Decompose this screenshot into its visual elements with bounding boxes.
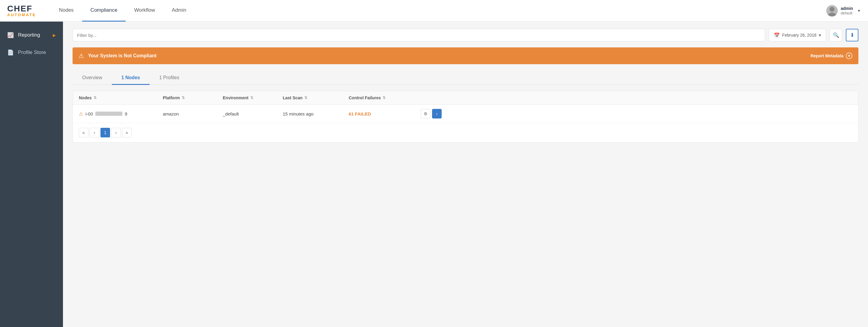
banner-warning-icon: ⚠ xyxy=(79,52,84,59)
avatar xyxy=(826,5,838,17)
cell-environment: _default xyxy=(223,111,283,116)
date-picker-arrow: ▾ xyxy=(819,33,821,37)
col-header-last-scan[interactable]: Last Scan ⇅ xyxy=(283,95,349,100)
chevron-right-icon: › xyxy=(436,111,438,116)
pagination-first[interactable]: « xyxy=(79,128,88,138)
node-redacted xyxy=(95,112,122,116)
search-icon: 🔍 xyxy=(833,32,839,38)
download-button[interactable]: ⬇ xyxy=(846,29,859,41)
pagination: « ‹ 1 › » xyxy=(73,123,858,142)
table-header: Nodes ⇅ Platform ⇅ Environment ⇅ Last Sc… xyxy=(73,91,858,105)
col-control-failures-sort-icon: ⇅ xyxy=(382,96,385,100)
col-environment-label: Environment xyxy=(223,95,249,100)
node-suffix: 9 xyxy=(125,111,127,116)
logo-chef: CHEF xyxy=(7,4,36,13)
pagination-current[interactable]: 1 xyxy=(100,128,110,138)
user-dropdown-arrow: ▼ xyxy=(857,9,861,13)
col-header-control-failures[interactable]: Control Failures ⇅ xyxy=(349,95,421,100)
col-control-failures-label: Control Failures xyxy=(349,95,381,100)
calendar-icon: 📅 xyxy=(774,32,780,38)
download-icon: ⬇ xyxy=(850,32,855,38)
banner-text: Your System is Not Compliant xyxy=(88,53,810,59)
col-last-scan-label: Last Scan xyxy=(283,95,303,100)
banner-plus-icon: + xyxy=(846,53,852,59)
failure-count: 61 FAILED xyxy=(349,111,371,116)
row-action-settings-button[interactable]: ⚙ xyxy=(421,109,430,119)
tab-nodes[interactable]: 1 Nodes xyxy=(112,71,150,85)
date-picker-label: February 26, 2018 xyxy=(782,33,816,37)
logo-automate: AUTOMATE xyxy=(7,13,36,17)
table-row: ⚠ i-00 9 amazon _default 15 minutes ago … xyxy=(73,105,858,123)
nav-admin[interactable]: Admin xyxy=(163,0,194,22)
sidebar-reporting-arrow: ▶ xyxy=(53,33,56,37)
col-header-actions xyxy=(421,95,445,100)
user-info: admin default xyxy=(841,6,853,15)
nav-workflow[interactable]: Workflow xyxy=(126,0,163,22)
row-warning-icon: ⚠ xyxy=(79,111,83,117)
user-area[interactable]: admin default ▼ xyxy=(826,5,861,17)
sidebar-item-profile-store[interactable]: 📄 Profile Store xyxy=(0,44,63,61)
cell-node-name: ⚠ i-00 9 xyxy=(79,111,163,117)
col-header-environment[interactable]: Environment ⇅ xyxy=(223,95,283,100)
compliance-banner: ⚠ Your System is Not Compliant Report Me… xyxy=(72,48,859,64)
col-platform-sort-icon: ⇅ xyxy=(182,96,185,100)
col-nodes-sort-icon: ⇅ xyxy=(94,96,97,100)
svg-point-1 xyxy=(830,7,834,12)
date-picker-button[interactable]: 📅 February 26, 2018 ▾ xyxy=(769,29,826,41)
col-platform-label: Platform xyxy=(163,95,180,100)
filter-input[interactable] xyxy=(72,29,765,41)
col-nodes-label: Nodes xyxy=(79,95,92,100)
pagination-last[interactable]: » xyxy=(122,128,132,138)
chart-icon: 📈 xyxy=(7,32,14,38)
file-icon: 📄 xyxy=(7,49,14,56)
user-org: default xyxy=(841,11,852,15)
pagination-prev[interactable]: ‹ xyxy=(90,128,99,138)
row-actions: ⚙ › xyxy=(421,109,445,119)
nav-nodes[interactable]: Nodes xyxy=(50,0,82,22)
pagination-next[interactable]: › xyxy=(111,128,121,138)
nav-compliance[interactable]: Compliance xyxy=(82,0,126,22)
cell-last-scan: 15 minutes ago xyxy=(283,111,349,116)
top-nav: CHEF AUTOMATE Nodes Compliance Workflow … xyxy=(0,0,868,22)
sidebar: 📈 Reporting ▶ 📄 Profile Store xyxy=(0,22,63,327)
nav-links: Nodes Compliance Workflow Admin xyxy=(50,0,826,22)
col-header-nodes[interactable]: Nodes ⇅ xyxy=(79,95,163,100)
search-button[interactable]: 🔍 xyxy=(830,29,842,41)
tab-overview[interactable]: Overview xyxy=(72,71,112,85)
app-body: 📈 Reporting ▶ 📄 Profile Store 📅 February… xyxy=(0,22,868,327)
user-name: admin xyxy=(841,6,853,11)
node-prefix: i-00 xyxy=(86,111,93,116)
settings-icon: ⚙ xyxy=(424,111,428,116)
sidebar-profile-store-label: Profile Store xyxy=(18,50,46,56)
cell-platform: amazon xyxy=(163,111,223,116)
banner-action[interactable]: Report Metadata + xyxy=(810,53,852,59)
col-last-scan-sort-icon: ⇅ xyxy=(304,96,307,100)
tabs: Overview 1 Nodes 1 Profiles xyxy=(72,71,859,85)
filter-bar: 📅 February 26, 2018 ▾ 🔍 ⬇ xyxy=(72,29,859,41)
data-table: Nodes ⇅ Platform ⇅ Environment ⇅ Last Sc… xyxy=(72,91,859,143)
tab-profiles[interactable]: 1 Profiles xyxy=(150,71,189,85)
cell-failures: 61 FAILED xyxy=(349,111,421,116)
col-environment-sort-icon: ⇅ xyxy=(250,96,253,100)
main-content: 📅 February 26, 2018 ▾ 🔍 ⬇ ⚠ Your System … xyxy=(63,22,868,327)
col-header-platform[interactable]: Platform ⇅ xyxy=(163,95,223,100)
sidebar-reporting-label: Reporting xyxy=(18,32,40,38)
sidebar-item-reporting[interactable]: 📈 Reporting ▶ xyxy=(0,26,63,44)
banner-action-label: Report Metadata xyxy=(810,53,843,58)
logo: CHEF AUTOMATE xyxy=(7,4,36,17)
row-action-navigate-button[interactable]: › xyxy=(432,109,442,119)
